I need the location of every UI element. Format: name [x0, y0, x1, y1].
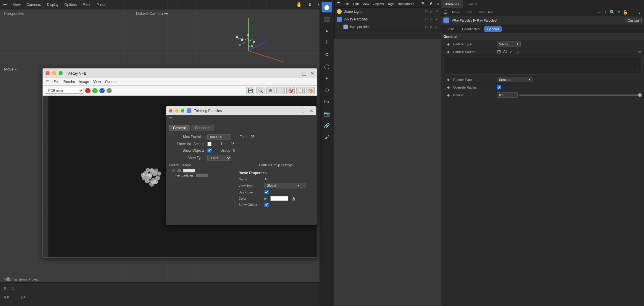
- particle-source-hierarchy-icon[interactable]: ⊟: [515, 49, 519, 54]
- outliner-item-live-particles[interactable]: live_particles ☐ ✓ ✓: [335, 23, 441, 31]
- vfb-menu-render[interactable]: Render: [63, 80, 75, 84]
- outliner-search-icon[interactable]: 🔍: [421, 2, 425, 6]
- radius-slider-thumb[interactable]: [638, 93, 642, 97]
- render-type-dropdown[interactable]: Spheres ▾: [497, 77, 532, 82]
- vfb-menu-image[interactable]: Image: [79, 80, 89, 84]
- timeline-diamond[interactable]: [6, 277, 11, 282]
- attr-up-btn[interactable]: ↑: [605, 10, 607, 15]
- vfb-window-close-x[interactable]: ✕: [310, 71, 314, 76]
- icon-plugin[interactable]: ⬡: [322, 85, 332, 95]
- vfb-target-btn[interactable]: 🎯: [286, 87, 295, 94]
- icon-sphere[interactable]: ⬤: [322, 2, 332, 12]
- custom-dropdown[interactable]: Custom: [625, 18, 642, 23]
- outliner-item-dome-light[interactable]: Dome Light ☐ ✓ ✓: [335, 8, 441, 15]
- tp-force-setting-checkbox[interactable]: [207, 142, 212, 146]
- outliner-menu-edit[interactable]: Edit: [353, 2, 359, 6]
- vfb-menu-view[interactable]: View: [93, 80, 101, 84]
- icon-fx[interactable]: Fx: [322, 97, 332, 107]
- prop-tab-general[interactable]: General: [484, 26, 502, 32]
- vfb-save-btn[interactable]: 💾: [246, 87, 254, 94]
- vray-particles-check1[interactable]: ☐: [425, 17, 428, 21]
- radius-input[interactable]: [497, 92, 518, 98]
- icon-gear-settings[interactable]: ⚙: [322, 49, 332, 60]
- attr-back-btn[interactable]: ←: [598, 10, 602, 15]
- icon-cone[interactable]: ▲: [322, 25, 332, 36]
- outliner-menu-objects[interactable]: Objects: [373, 2, 384, 6]
- tp-maximize-btn[interactable]: [181, 109, 184, 113]
- tp-restore-btn[interactable]: ⬚: [302, 108, 306, 113]
- attr-maximize-icon[interactable]: ⬚: [631, 10, 635, 15]
- tp-group-all-checkbox-icon[interactable]: ☐: [172, 169, 175, 172]
- icon-paint[interactable]: 🖌: [322, 132, 332, 143]
- vfb-green-channel[interactable]: [92, 88, 98, 93]
- vfb-menu-file[interactable]: File: [54, 80, 59, 84]
- vfb-clone-btn[interactable]: 📋: [296, 87, 305, 94]
- vray-particles-check2[interactable]: ✓: [430, 17, 433, 22]
- tp-show-objects-checkbox[interactable]: [207, 148, 212, 153]
- outliner-icon2[interactable]: ⊞: [437, 2, 439, 6]
- vfb-palette-btn[interactable]: 🎨: [306, 87, 315, 94]
- resize-handle[interactable]: ⋮⋮: [630, 67, 640, 73]
- outliner-menu-bookmarks[interactable]: Bookmarks: [398, 2, 414, 6]
- vray-particles-check3[interactable]: ✓: [435, 17, 438, 22]
- dome-light-check2[interactable]: ✓: [430, 9, 433, 14]
- tab-layers[interactable]: Layers: [463, 0, 482, 8]
- tp-bp-showobject-checkbox[interactable]: [264, 203, 269, 207]
- vfb-window-restore[interactable]: ⬚: [302, 71, 306, 76]
- outliner-menu-icon[interactable]: ☰: [337, 1, 341, 6]
- tp-bp-eyedropper-icon[interactable]: 🔬: [292, 197, 296, 201]
- live-particles-check2[interactable]: ✓: [430, 25, 433, 29]
- mode-btn-mode[interactable]: Mode: [450, 10, 462, 15]
- outliner-menu-view[interactable]: View: [362, 2, 369, 6]
- icon-link[interactable]: 🔗: [322, 120, 332, 131]
- mode-btn-edit[interactable]: Edit: [465, 10, 474, 15]
- icon-camera-obj[interactable]: 📷: [322, 108, 332, 119]
- tp-tab-general[interactable]: General: [169, 125, 190, 131]
- outliner-menu-file[interactable]: File: [344, 2, 350, 6]
- tp-bp-usecolor-checkbox[interactable]: [264, 190, 269, 194]
- mode-btn-userdata[interactable]: User Data: [477, 10, 495, 15]
- vfb-menu-options[interactable]: Options: [105, 80, 117, 84]
- vfb-info-btn[interactable]: 🔍: [256, 87, 264, 94]
- attr-lock-icon[interactable]: 🔒: [623, 10, 628, 15]
- tp-minimize-btn[interactable]: [175, 109, 178, 113]
- tp-close-btn[interactable]: [169, 109, 172, 113]
- vfb-hamburger[interactable]: ☰: [46, 79, 49, 84]
- icon-star[interactable]: ✦: [322, 73, 332, 84]
- prop-tab-basic[interactable]: Basic: [443, 26, 457, 32]
- override-radius-checkbox[interactable]: [497, 85, 501, 89]
- tp-hamburger[interactable]: ☰: [168, 116, 172, 121]
- live-particles-check1[interactable]: ☐: [425, 25, 428, 28]
- particle-type-dropdown[interactable]: V-Ray ▾: [497, 41, 521, 47]
- attr-hamburger[interactable]: ☰: [443, 10, 447, 15]
- particle-source-edit-icon[interactable]: ✏: [638, 49, 642, 54]
- attr-dots-icon[interactable]: ⋮: [637, 10, 642, 15]
- vfb-close-btn[interactable]: [46, 71, 50, 75]
- outliner-item-vray-particles[interactable]: V-Ray Particles ☐ ✓ ✓: [335, 15, 441, 23]
- particle-source-check-icon[interactable]: ✓: [509, 49, 513, 54]
- icon-cube[interactable]: ⬛: [322, 14, 332, 24]
- vfb-blue-channel[interactable]: [99, 88, 105, 93]
- vfb-settings-btn[interactable]: ⚙: [266, 87, 275, 94]
- vfb-channel-dropdown[interactable]: RGB color: [45, 88, 83, 94]
- radius-slider[interactable]: [519, 94, 642, 96]
- icon-circle-ring[interactable]: ◯: [322, 61, 332, 72]
- dome-light-check1[interactable]: ☐: [425, 10, 428, 13]
- outliner-menu-tags[interactable]: Tags: [388, 2, 394, 6]
- attr-filter-icon[interactable]: ≡: [618, 10, 620, 14]
- icon-text[interactable]: T: [322, 37, 332, 48]
- vfb-red-channel[interactable]: [85, 88, 91, 93]
- attr-search-icon[interactable]: 🔍: [610, 10, 615, 15]
- particle-source-grid-icon[interactable]: ⊞: [497, 49, 501, 55]
- outliner-icon1[interactable]: ⚡: [429, 2, 433, 6]
- dome-light-check3[interactable]: ✓: [435, 9, 438, 14]
- vfb-frame-btn[interactable]: ⬜: [276, 87, 285, 94]
- tp-max-particles-input[interactable]: [207, 134, 231, 140]
- tp-close-x-btn[interactable]: ✕: [310, 108, 313, 113]
- live-particles-check3[interactable]: ✓: [435, 25, 438, 29]
- tab-attributes[interactable]: Attributes: [441, 0, 463, 8]
- tp-tab-channels[interactable]: Channels: [191, 125, 214, 131]
- tp-bp-color-swatch[interactable]: [270, 196, 288, 201]
- vfb-maximize-btn[interactable]: [59, 71, 63, 75]
- tp-bp-viewtype-dropdown[interactable]: Global ▾: [264, 183, 306, 188]
